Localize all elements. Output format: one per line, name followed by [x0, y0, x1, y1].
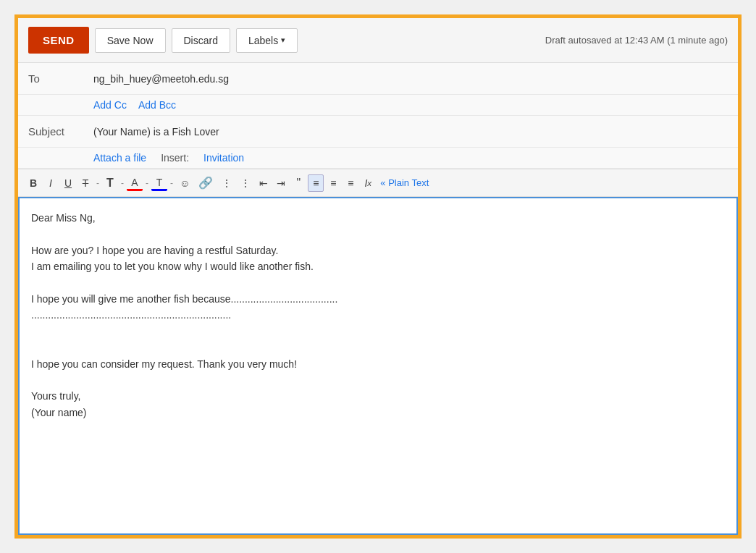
invitation-button[interactable]: Invitation	[203, 152, 244, 164]
bold-button[interactable]: B	[25, 175, 41, 191]
indent-more-button[interactable]: ⇥	[273, 175, 289, 191]
attach-file-button[interactable]: Attach a file	[93, 152, 146, 164]
strikethrough-button[interactable]: T	[77, 175, 93, 191]
add-bcc-button[interactable]: Add Bcc	[138, 99, 176, 111]
italic-button[interactable]: I	[43, 175, 59, 191]
compose-body[interactable]: Dear Miss Ng, How are you? I hope you ar…	[20, 198, 736, 473]
indent-less-button[interactable]: ⇤	[256, 175, 272, 191]
compose-area: Dear Miss Ng, How are you? I hope you ar…	[18, 197, 738, 535]
chevron-down-icon: ▾	[281, 35, 285, 45]
font-color-button[interactable]: A	[127, 174, 143, 191]
send-button[interactable]: SEND	[28, 27, 89, 54]
labels-button[interactable]: Labels ▾	[236, 28, 298, 53]
attach-row: Attach a file Insert: Invitation	[18, 148, 738, 169]
format-toolbar: B I U T - T - A - T - ☺ 🔗 ⋮ ⋮ ⇤ ⇥ " ≡ ≡ …	[18, 169, 738, 197]
labels-label: Labels	[248, 35, 278, 46]
unordered-list-button[interactable]: ⋮	[237, 175, 254, 191]
link-button[interactable]: 🔗	[195, 174, 217, 192]
ordered-list-button[interactable]: ⋮	[218, 175, 235, 191]
save-now-button[interactable]: Save Now	[95, 28, 166, 53]
draft-autosave-info: Draft autosaved at 12:43 AM (1 minute ag…	[545, 35, 728, 46]
clear-format-button[interactable]: Ix	[360, 175, 376, 191]
underline-button[interactable]: U	[60, 175, 76, 191]
cc-bcc-row: Add Cc Add Bcc	[18, 95, 738, 116]
subject-input[interactable]	[93, 119, 728, 145]
subject-label: Subject	[28, 125, 93, 138]
align-left-button[interactable]: ≡	[325, 175, 341, 191]
to-label: To	[28, 72, 93, 85]
align-right-button[interactable]: ≡	[343, 175, 358, 191]
insert-label: Insert:	[161, 152, 189, 164]
text-color-button[interactable]: T	[151, 174, 167, 191]
subject-row: Subject	[18, 116, 738, 148]
to-row: To	[18, 63, 738, 95]
discard-button[interactable]: Discard	[172, 28, 230, 53]
font-size-button[interactable]: T	[102, 174, 118, 192]
to-input[interactable]	[93, 66, 728, 92]
emoji-button[interactable]: ☺	[176, 175, 193, 191]
email-compose-window: SEND Save Now Discard Labels ▾ Draft aut…	[14, 14, 742, 539]
align-center-button[interactable]: ≡	[308, 174, 324, 192]
blockquote-button[interactable]: "	[290, 174, 306, 192]
toolbar: SEND Save Now Discard Labels ▾ Draft aut…	[18, 18, 738, 63]
fields-area: To Add Cc Add Bcc Subject Attach a file …	[18, 63, 738, 169]
add-cc-button[interactable]: Add Cc	[93, 99, 127, 111]
plain-text-button[interactable]: « Plain Text	[380, 177, 429, 188]
